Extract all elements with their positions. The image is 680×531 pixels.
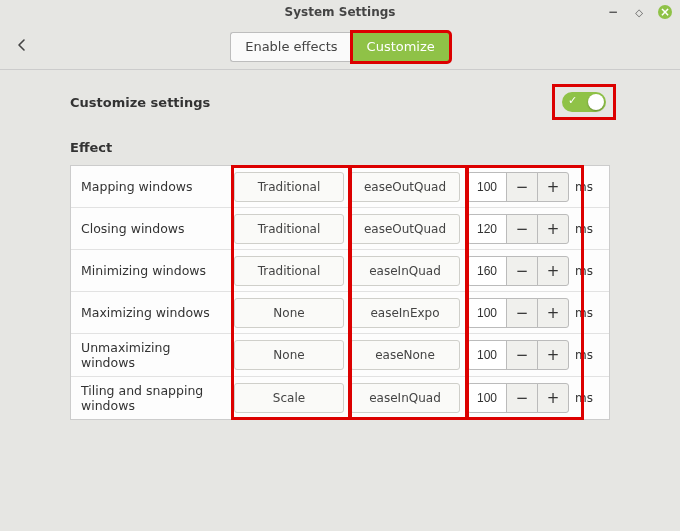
highlight-toggle (552, 84, 616, 120)
duration-input[interactable] (467, 172, 507, 202)
unit-label: ms (575, 391, 593, 405)
effects-table-wrap: Mapping windows Traditional easeOutQuad … (70, 165, 610, 420)
close-icon[interactable]: × (658, 5, 672, 19)
decrement-button[interactable]: − (506, 172, 538, 202)
decrement-button[interactable]: − (506, 383, 538, 413)
duration-stepper: − + ms (467, 172, 593, 202)
effect-label: Mapping windows (71, 173, 231, 200)
window-controls: − ◇ × (606, 0, 672, 24)
unit-label: ms (575, 222, 593, 236)
back-button[interactable] (14, 37, 30, 57)
increment-button[interactable]: + (537, 172, 569, 202)
decrement-button[interactable]: − (506, 340, 538, 370)
maximize-icon[interactable]: ◇ (632, 5, 646, 19)
increment-button[interactable]: + (537, 256, 569, 286)
effect-label: Minimizing windows (71, 257, 231, 284)
increment-button[interactable]: + (537, 298, 569, 328)
effects-heading: Effect (70, 140, 610, 155)
titlebar: System Settings − ◇ × (0, 0, 680, 24)
style-dropdown[interactable]: None (234, 340, 344, 370)
minimize-icon[interactable]: − (606, 5, 620, 19)
tab-enable-effects[interactable]: Enable effects (230, 32, 351, 62)
duration-stepper: − + ms (467, 340, 593, 370)
duration-stepper: − + ms (467, 214, 593, 244)
duration-input[interactable] (467, 383, 507, 413)
effect-label: Maximizing windows (71, 299, 231, 326)
duration-input[interactable] (467, 256, 507, 286)
decrement-button[interactable]: − (506, 256, 538, 286)
increment-button[interactable]: + (537, 214, 569, 244)
unit-label: ms (575, 264, 593, 278)
easing-dropdown[interactable]: easeOutQuad (350, 172, 460, 202)
effect-label: Closing windows (71, 215, 231, 242)
tab-customize-label: Customize (367, 39, 435, 54)
effects-table: Mapping windows Traditional easeOutQuad … (70, 165, 610, 420)
tab-enable-effects-label: Enable effects (245, 39, 337, 54)
style-dropdown[interactable]: Traditional (234, 256, 344, 286)
duration-stepper: − + ms (467, 383, 593, 413)
table-row: Closing windows Traditional easeOutQuad … (71, 208, 609, 250)
duration-stepper: − + ms (467, 298, 593, 328)
unit-label: ms (575, 180, 593, 194)
window-title: System Settings (285, 5, 396, 19)
style-dropdown[interactable]: Traditional (234, 214, 344, 244)
table-row: Minimizing windows Traditional easeInQua… (71, 250, 609, 292)
table-row: Tiling and snapping windows Scale easeIn… (71, 377, 609, 419)
tab-customize[interactable]: Customize (352, 32, 450, 62)
decrement-button[interactable]: − (506, 214, 538, 244)
easing-dropdown[interactable]: easeInQuad (350, 383, 460, 413)
unit-label: ms (575, 348, 593, 362)
decrement-button[interactable]: − (506, 298, 538, 328)
duration-input[interactable] (467, 298, 507, 328)
section-title: Customize settings (70, 95, 210, 110)
easing-dropdown[interactable]: easeNone (350, 340, 460, 370)
duration-input[interactable] (467, 214, 507, 244)
easing-dropdown[interactable]: easeInExpo (350, 298, 460, 328)
easing-dropdown[interactable]: easeInQuad (350, 256, 460, 286)
increment-button[interactable]: + (537, 340, 569, 370)
style-dropdown[interactable]: Scale (234, 383, 344, 413)
toggle-wrap: ✓ (558, 88, 610, 116)
section-header: Customize settings ✓ (70, 88, 610, 116)
effect-label: Tiling and snapping windows (71, 377, 231, 419)
table-row: Unmaximizing windows None easeNone − + m… (71, 334, 609, 377)
effect-label: Unmaximizing windows (71, 334, 231, 376)
table-row: Mapping windows Traditional easeOutQuad … (71, 166, 609, 208)
increment-button[interactable]: + (537, 383, 569, 413)
table-row: Maximizing windows None easeInExpo − + m… (71, 292, 609, 334)
toolbar: Enable effects Customize (0, 24, 680, 70)
easing-dropdown[interactable]: easeOutQuad (350, 214, 460, 244)
content-area: Customize settings ✓ Effect Mapping wind… (0, 70, 680, 420)
tab-group: Enable effects Customize (230, 32, 450, 62)
duration-stepper: − + ms (467, 256, 593, 286)
duration-input[interactable] (467, 340, 507, 370)
style-dropdown[interactable]: Traditional (234, 172, 344, 202)
unit-label: ms (575, 306, 593, 320)
style-dropdown[interactable]: None (234, 298, 344, 328)
